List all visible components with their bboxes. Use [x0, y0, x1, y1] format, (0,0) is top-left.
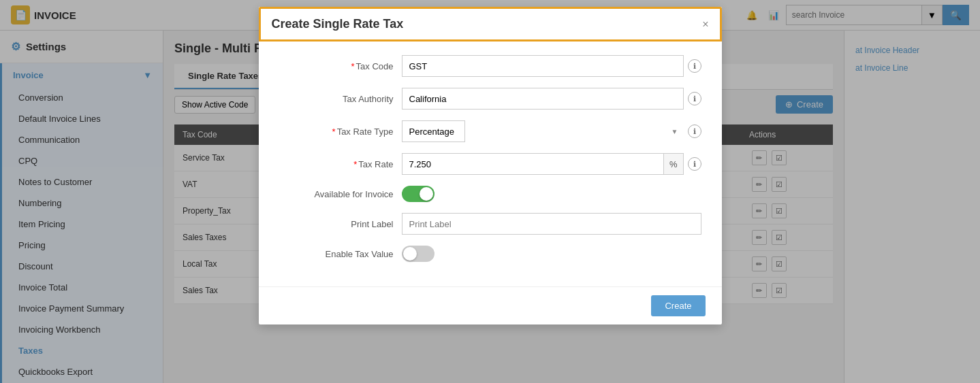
tax-authority-label: Tax Authority [279, 94, 402, 104]
modal-close-button[interactable]: × [702, 18, 708, 31]
create-single-rate-tax-modal: Create Single Rate Tax × *Tax Code ℹ Tax… [259, 7, 722, 324]
tax-rate-type-select[interactable]: Percentage Flat Amount [402, 120, 465, 142]
tax-authority-info-icon[interactable]: ℹ [688, 92, 701, 105]
enable-tax-value-row: Enable Tax Value [279, 246, 701, 262]
print-label-label: Print Label [279, 219, 402, 229]
tax-rate-type-row: *Tax Rate Type Percentage Flat Amount ℹ [279, 120, 701, 142]
tax-rate-info-icon[interactable]: ℹ [688, 157, 701, 171]
tax-authority-row: Tax Authority ℹ [279, 88, 701, 110]
enable-tax-value-label: Enable Tax Value [279, 249, 402, 259]
tax-authority-input[interactable] [402, 88, 684, 110]
available-for-invoice-row: Available for Invoice [279, 186, 701, 202]
tax-rate-row: *Tax Rate % ℹ [279, 153, 701, 175]
tax-code-input[interactable] [402, 55, 684, 77]
available-for-invoice-label: Available for Invoice [279, 189, 402, 199]
tax-rate-type-label: *Tax Rate Type [279, 127, 402, 137]
toggle-thumb-on [420, 187, 433, 201]
print-label-row: Print Label [279, 213, 701, 235]
tax-code-info-icon[interactable]: ℹ [688, 59, 701, 73]
tax-rate-label: *Tax Rate [279, 159, 402, 169]
modal-overlay: Create Single Rate Tax × *Tax Code ℹ Tax… [0, 0, 980, 383]
enable-tax-value-toggle[interactable] [402, 246, 434, 262]
tax-code-row: *Tax Code ℹ [279, 55, 701, 77]
modal-title: Create Single Rate Tax [272, 17, 404, 31]
tax-rate-suffix: % [663, 153, 684, 175]
modal-body: *Tax Code ℹ Tax Authority ℹ [259, 41, 722, 286]
toggle-thumb-off [403, 247, 417, 261]
available-for-invoice-toggle[interactable] [402, 186, 434, 202]
tax-rate-input[interactable] [402, 153, 663, 175]
tax-code-label: *Tax Code [279, 61, 402, 71]
modal-header: Create Single Rate Tax × [259, 7, 722, 41]
modal-create-button[interactable]: Create [651, 295, 705, 316]
print-label-input[interactable] [402, 213, 701, 235]
tax-rate-type-info-icon[interactable]: ℹ [688, 124, 701, 138]
modal-footer: Create [259, 286, 722, 324]
